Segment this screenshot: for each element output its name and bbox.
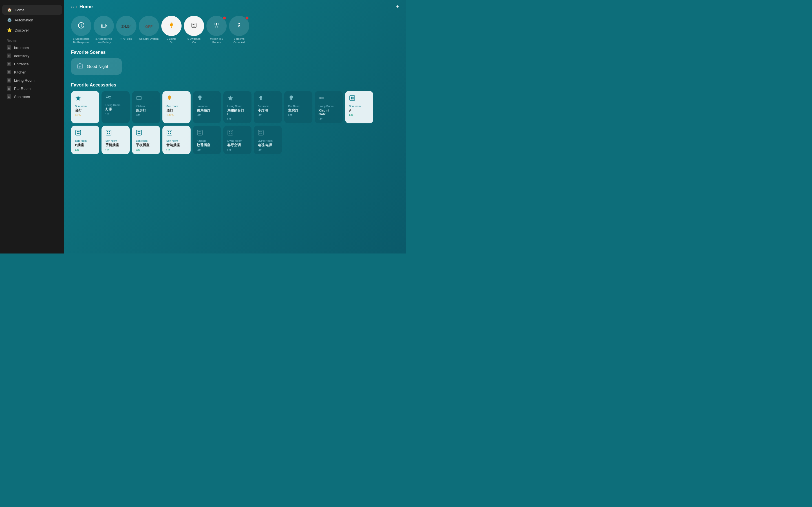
status-label-switches: 5 SwitchesOn	[188, 37, 200, 44]
acc-card-livingroom-desk[interactable]: Living Room 弟弟的台灯 L... Off	[223, 91, 252, 124]
svg-rect-60	[199, 131, 200, 132]
acc-name-sonroom-desk: 台灯	[75, 109, 95, 113]
acc-room-sonroom-phone: Son room	[105, 139, 126, 142]
room-label-dormitory: dormitory	[14, 54, 29, 58]
acc-room-livingroom-desk: Living Room	[227, 105, 248, 108]
favorite-accessories-title: Favorite Accessories	[64, 81, 406, 91]
sidebar-item-home[interactable]: 🏠 Home	[2, 5, 62, 15]
discover-nav-label: Discover	[15, 28, 29, 33]
status-card-low-battery[interactable]	[94, 16, 114, 36]
home-nav-icon: 🏠	[7, 7, 12, 12]
svg-point-5	[170, 23, 173, 26]
status-wrapper-switches: 5 SwitchesOn	[184, 16, 204, 44]
room-label-entrance: Entrance	[14, 62, 29, 66]
status-card-lights[interactable]	[161, 16, 182, 36]
status-card-temperature[interactable]: 24.5°	[116, 16, 137, 36]
acc-card-sonroom-speaker[interactable]: Son room 音响插座 On	[162, 126, 191, 154]
room-icon-entrance: ⊞	[7, 62, 11, 66]
motion-icon	[213, 22, 220, 30]
sidebar-item-automation[interactable]: ⚙️ Automation	[2, 15, 62, 25]
acc-card-sonroom-a[interactable]: Son room A On	[345, 91, 373, 124]
svg-point-17	[239, 23, 240, 24]
acc-room-sonroom-speaker: Son room	[166, 139, 187, 142]
svg-rect-50	[138, 131, 139, 132]
sidebar-room-bro-room[interactable]: ⊞ bro room	[2, 44, 62, 52]
acc-status-sonroom-bulb: Off	[258, 114, 278, 117]
svg-rect-65	[229, 131, 230, 132]
status-label-no-response: 6 AccessoriesNo Response	[73, 37, 90, 44]
svg-rect-38	[352, 98, 354, 100]
svg-rect-55	[168, 131, 169, 132]
acc-name-livingroom-xiaomi: Xiaomi Gate...	[319, 109, 339, 117]
sidebar-room-son-room[interactable]: ⊞ Son room	[2, 93, 62, 101]
badge-occupied	[245, 16, 249, 20]
svg-rect-11	[192, 23, 196, 27]
svg-rect-21	[168, 99, 170, 100]
acc-status-sonroom-ceiling: 100%	[166, 114, 187, 117]
home-nav-label: Home	[15, 8, 24, 12]
acc-card-livingroom-tv[interactable]: Living Room 电视 电源 Off	[254, 126, 282, 154]
svg-rect-19	[137, 96, 141, 100]
room-label-bro-room: bro room	[14, 46, 29, 50]
status-card-security[interactable]: OFF	[139, 16, 159, 36]
acc-card-kitchen-mosquito[interactable]: Kitchen 蚊香插座 Off	[193, 126, 221, 154]
svg-point-16	[216, 23, 217, 24]
sidebar: 🏠 Home ⚙️ Automation ⭐ Discover Rooms ⊞ …	[0, 0, 64, 253]
acc-icon-sonroom-bulb	[258, 95, 278, 102]
status-wrapper-low-battery: 2 AccessoriesLow Battery	[94, 16, 114, 44]
svg-rect-73	[261, 133, 262, 134]
status-label-low-battery: 2 AccessoriesLow Battery	[96, 37, 112, 44]
acc-card-sonroom-desk[interactable]: Son room 台灯 40%	[71, 91, 99, 124]
svg-rect-42	[77, 133, 78, 134]
status-row: ! 6 AccessoriesNo Response 2 Accessories…	[64, 13, 406, 49]
svg-rect-61	[200, 131, 201, 132]
svg-rect-37	[351, 98, 352, 100]
acc-card-sonroom-ceiling[interactable]: Son room 顶灯 100%	[162, 91, 191, 124]
status-card-no-response[interactable]: !	[71, 16, 91, 36]
svg-rect-12	[193, 24, 194, 25]
acc-card-sonroom-tablet[interactable]: Son room 平板插座 On	[132, 126, 160, 154]
status-card-switches[interactable]	[184, 16, 204, 36]
acc-status-livingroom-xiaomi: Off	[319, 117, 339, 121]
acc-room-sonroom-ceiling: Son room	[166, 105, 187, 108]
sidebar-room-entrance[interactable]: ⊞ Entrance	[2, 60, 62, 68]
svg-rect-41	[79, 131, 80, 132]
acc-icon-sonroom-desk	[75, 95, 95, 102]
sidebar-room-par-room[interactable]: ⊞ Par Room	[2, 84, 62, 93]
status-card-motion[interactable]	[206, 16, 227, 36]
acc-status-livingroom-tv: Off	[258, 149, 278, 152]
acc-icon-kitchen-light	[136, 95, 156, 102]
temperature-icon: 24.5°	[121, 23, 131, 29]
acc-card-livingroom-lamp[interactable]: Living Room 灯带 Off	[101, 91, 130, 124]
add-button[interactable]: +	[396, 4, 399, 10]
acc-card-sonroom-b[interactable]: Son room B插座 On	[71, 126, 99, 154]
acc-name-sonroom-tablet: 平板插座	[136, 144, 156, 147]
lights-icon	[168, 22, 175, 30]
acc-card-livingroom-ac[interactable]: Living Room 客厅空调 Off	[223, 126, 252, 154]
sidebar-room-dormitory[interactable]: ⊞ dormitory	[2, 52, 62, 60]
status-label-lights: 2 LightsOn	[167, 37, 176, 44]
breadcrumb-chevron: ›	[76, 5, 77, 9]
acc-status-parroom-main: Off	[288, 114, 308, 117]
room-icon-son-room: ⊞	[7, 94, 11, 99]
acc-card-kitchen-light[interactable]: Kitchen 厨房灯 Off	[132, 91, 160, 124]
acc-card-sonroom-phone[interactable]: Son room 手机插座 On	[101, 126, 130, 154]
acc-card-livingroom-xiaomi[interactable]: Living Room Xiaomi Gate... Off	[315, 91, 343, 124]
status-label-motion: Motion in 2Rooms	[210, 37, 223, 44]
acc-card-sonroom-bulb[interactable]: Son room 小灯泡 Off	[254, 91, 282, 124]
acc-room-livingroom-ac: Living Room	[227, 139, 248, 142]
scene-card-good-night[interactable]: Good Night	[71, 58, 122, 75]
status-card-occupied[interactable]	[229, 16, 249, 36]
svg-rect-72	[259, 133, 260, 134]
sidebar-item-discover[interactable]: ⭐ Discover	[2, 25, 62, 35]
sidebar-room-kitchen[interactable]: ⊞ Kitchen	[2, 68, 62, 76]
acc-card-broroom-ceiling[interactable]: bro room 弟弟顶灯 Off	[193, 91, 221, 124]
svg-point-23	[198, 96, 202, 99]
acc-status-sonroom-phone: On	[105, 149, 126, 152]
acc-icon-sonroom-tablet	[136, 129, 156, 137]
svg-rect-49	[137, 130, 142, 135]
acc-status-kitchen-mosquito: Off	[197, 149, 217, 152]
acc-card-parroom-main[interactable]: Par Room 主房灯 Off	[284, 91, 312, 124]
acc-name-kitchen-mosquito: 蚊香插座	[197, 144, 217, 147]
sidebar-room-living-room[interactable]: ⊞ Living Room	[2, 76, 62, 84]
